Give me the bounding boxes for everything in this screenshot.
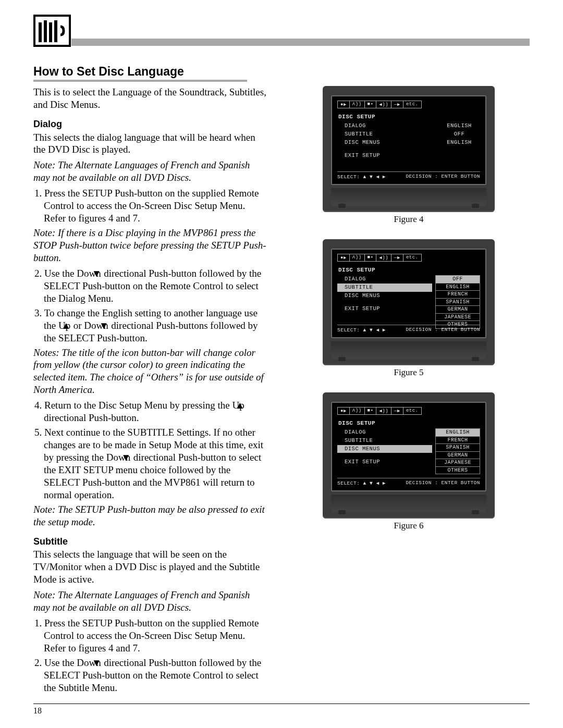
dialog-step-1: 1. Press the SETUP Push-button on the su… (44, 187, 267, 225)
option: GERMAN (435, 452, 480, 460)
option: SPANISH (435, 299, 480, 306)
dialog-step-4: 4. Return to the Disc Setup Menu by pres… (44, 399, 267, 424)
brand-logo (33, 15, 71, 47)
menu-row-highlighted: SUBTITLE (337, 283, 432, 292)
svg-rect-1 (44, 20, 47, 42)
right-column: ●▶ A)) ■▪ ◀)) —▶ etc. DISC SETUP DIALOGE… (288, 86, 530, 696)
up-triangle-icon: ▲ (244, 399, 245, 412)
option: FRENCH (435, 291, 480, 299)
menu-row: SUBTITLE (337, 437, 432, 445)
menu-row: DIALOG (337, 275, 432, 283)
option: JAPANESE (435, 459, 480, 467)
subtitle-step-1: 1. Press the SETUP Push-button on the su… (44, 617, 267, 655)
dialog-heading: Dialog (33, 118, 267, 130)
options-list: OFF ENGLISH FRENCH SPANISH GERMAN JAPANE… (435, 275, 480, 329)
figure-5: ●▶ A)) ■▪ ◀)) —▶ etc. DISC SETUP DIALOG (288, 239, 530, 378)
header (33, 15, 530, 47)
header-rule (71, 39, 530, 46)
screen-footer: SELECT: ▲ ▼ ◀ ▶DECISION : ENTER BUTTON (337, 325, 480, 333)
screen-footer: SELECT: ▲ ▼ ◀ ▶DECISION : ENTER BUTTON (337, 478, 480, 486)
footer-rule (33, 704, 530, 704)
svg-rect-0 (39, 22, 42, 42)
figure-6-screen: ●▶ A)) ■▪ ◀)) —▶ etc. DISC SETUP DIALOG (332, 403, 485, 490)
screen-footer: SELECT: ▲ ▼ ◀ ▶DECISION : ENTER BUTTON (337, 171, 480, 180)
icon-bar: ●▶ A)) ■▪ ◀)) —▶ etc. (337, 407, 422, 415)
option: SPANISH (435, 444, 480, 452)
options-list: ENGLISH FRENCH SPANISH GERMAN JAPANESE O… (435, 428, 480, 474)
dialog-note-4: Note: The SETUP Push-button may be also … (33, 503, 267, 528)
figure-4-caption: Figure 4 (288, 214, 530, 225)
menu-row: DIALOGENGLISH (337, 122, 480, 130)
figure-5-caption: Figure 5 (288, 367, 530, 378)
subtitle-note-1: Note: The Alternate Languages of French … (33, 589, 267, 614)
icon-bar: ●▶ A)) ■▪ ◀)) —▶ etc. (337, 101, 422, 108)
dialog-step-2: 2. Use the Down▼ directional Push-button… (44, 267, 267, 305)
tv-base (331, 188, 486, 206)
dialog-note-2: Note: If there is a Disc playing in the … (33, 227, 267, 264)
svg-rect-3 (54, 20, 57, 42)
figure-4-screen: ●▶ A)) ■▪ ◀)) —▶ etc. DISC SETUP DIALOGE… (332, 96, 485, 184)
exit-row: EXIT SETUP (337, 305, 432, 313)
screen-title: DISC SETUP (338, 267, 480, 273)
tv-base (331, 495, 486, 512)
dialog-note-1: Note: The Alternate Languages of French … (33, 159, 267, 184)
menu-row: DIALOG (337, 428, 432, 437)
dialog-note-3: Notes: The title of the icon button-bar … (33, 347, 267, 397)
option: GERMAN (435, 306, 480, 314)
menu-row: DISC MENUSENGLISH (337, 139, 480, 147)
section-rule (33, 80, 247, 82)
left-column: This is to select the Language of the So… (33, 86, 267, 696)
icon-bar: ●▶ A)) ■▪ ◀)) —▶ etc. (337, 254, 422, 262)
figure-5-screen: ●▶ A)) ■▪ ◀)) —▶ etc. DISC SETUP DIALOG (332, 250, 485, 337)
option: FRENCH (435, 437, 480, 445)
exit-row: EXIT SETUP (337, 152, 480, 160)
menu-row-highlighted: DISC MENUS (337, 445, 432, 453)
intro-text: This is to select the Language of the So… (33, 86, 267, 111)
option: OTHERS (435, 467, 480, 475)
option-highlighted: ENGLISH (435, 428, 480, 437)
dialog-step-3: 3. To change the English setting to anot… (44, 307, 267, 344)
tv-base (331, 341, 486, 359)
section-title: How to Set Disc Language (33, 65, 530, 79)
option-highlighted: OFF (435, 275, 480, 283)
screen-title: DISC SETUP (338, 114, 480, 120)
figure-6-caption: Figure 6 (288, 521, 530, 531)
dialog-lead: This selects the dialog language that wi… (33, 131, 267, 156)
dialog-step-5: 5. Next continue to the SUBTITLE Setting… (44, 426, 267, 501)
figure-6: ●▶ A)) ■▪ ◀)) —▶ etc. DISC SETUP DIALOG (288, 392, 530, 531)
screen-title: DISC SETUP (338, 420, 480, 426)
svg-rect-2 (49, 22, 52, 42)
subtitle-lead: This selects the language that will be s… (33, 548, 267, 586)
menu-row: DISC MENUS (337, 292, 432, 300)
menu-row: SUBTITLEOFF (337, 130, 480, 139)
option: JAPANESE (435, 314, 480, 322)
exit-row: EXIT SETUP (337, 458, 432, 466)
option: ENGLISH (435, 283, 480, 291)
subtitle-heading: Subtitle (33, 536, 267, 548)
figure-4: ●▶ A)) ■▪ ◀)) —▶ etc. DISC SETUP DIALOGE… (288, 86, 530, 225)
page-number: 18 (33, 706, 42, 715)
subtitle-step-2: 2. Use the Down▼ directional Push-button… (44, 657, 267, 694)
